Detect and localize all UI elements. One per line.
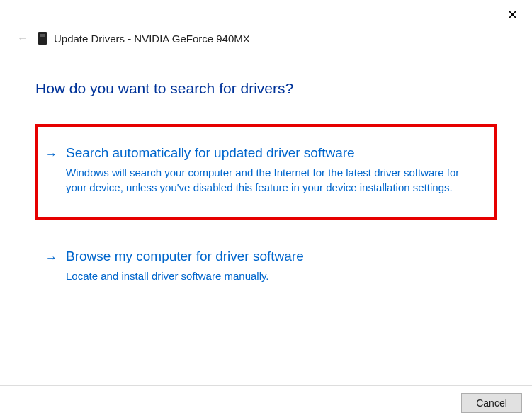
dialog-header: ← Update Drivers - NVIDIA GeForce 940MX xyxy=(0,0,532,45)
option-search-automatically[interactable]: → Search automatically for updated drive… xyxy=(35,124,497,220)
page-heading: How do you want to search for drivers? xyxy=(35,80,497,97)
dialog-footer: Cancel xyxy=(0,385,532,420)
option-title: Browse my computer for driver software xyxy=(66,249,484,264)
option-browse-computer[interactable]: → Browse my computer for driver software… xyxy=(35,234,497,299)
option-title: Search automatically for updated driver … xyxy=(66,145,484,161)
arrow-right-icon: → xyxy=(45,147,57,161)
option-description: Locate and install driver software manua… xyxy=(66,268,463,283)
arrow-right-icon: → xyxy=(45,251,57,265)
close-icon[interactable]: ✕ xyxy=(507,8,518,21)
dialog-title: Update Drivers - NVIDIA GeForce 940MX xyxy=(54,33,250,45)
cancel-button[interactable]: Cancel xyxy=(461,393,522,413)
back-arrow-icon: ← xyxy=(17,32,28,45)
option-description: Windows will search your computer and th… xyxy=(66,165,463,195)
device-icon xyxy=(38,32,47,45)
